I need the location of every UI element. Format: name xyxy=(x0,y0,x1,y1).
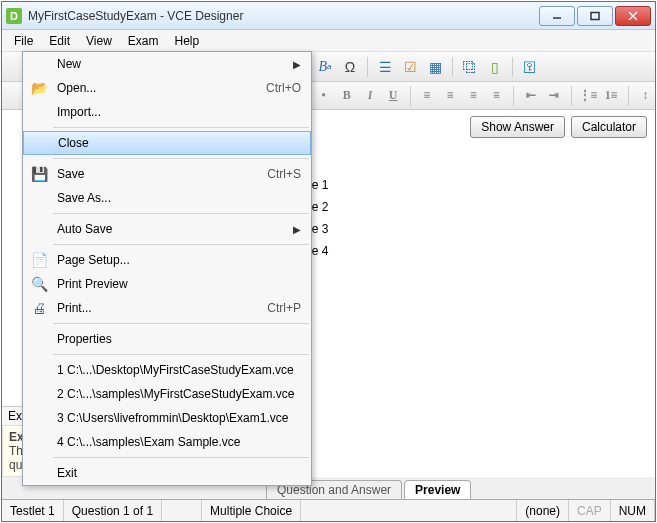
menu-item-close[interactable]: Close xyxy=(23,131,311,155)
status-spacer xyxy=(162,500,202,521)
bullet-icon[interactable]: • xyxy=(314,85,333,107)
underline-icon[interactable]: U xyxy=(384,85,403,107)
menu-separator xyxy=(53,354,309,355)
menu-separator xyxy=(53,127,309,128)
menu-item-auto-save[interactable]: Auto Save ▶ xyxy=(23,217,311,241)
app-icon: D xyxy=(6,8,22,24)
menu-item-label: Auto Save xyxy=(51,222,293,236)
toolbar-separator xyxy=(512,57,513,77)
checklist-icon[interactable]: ☑ xyxy=(399,56,421,78)
toolbar-separator xyxy=(628,86,629,106)
maximize-button[interactable] xyxy=(577,6,613,26)
align-left-icon[interactable]: ≡ xyxy=(418,85,437,107)
menu-item-recent-4[interactable]: 4 C:\...\samples\Exam Sample.vce xyxy=(23,430,311,454)
window-controls xyxy=(539,6,651,26)
status-question-type: Multiple Choice xyxy=(202,500,301,521)
menu-item-label: Print... xyxy=(51,301,267,315)
menu-item-import[interactable]: Import... xyxy=(23,100,311,124)
status-spacer xyxy=(301,500,517,521)
choice-4[interactable]: Choice 4 xyxy=(273,240,645,262)
choice-2[interactable]: Choice 2 xyxy=(273,196,645,218)
indent-decrease-icon[interactable]: ⇤ xyxy=(521,85,540,107)
menu-item-label: 4 C:\...\samples\Exam Sample.vce xyxy=(51,435,301,449)
menu-item-recent-3[interactable]: 3 C:\Users\livefrommin\Desktop\Exam1.vce xyxy=(23,406,311,430)
menu-separator xyxy=(53,158,309,159)
toolbar-separator xyxy=(452,57,453,77)
calculator-button[interactable]: Calculator xyxy=(571,116,647,138)
submenu-arrow-icon: ▶ xyxy=(293,59,301,70)
titlebar: D MyFirstCaseStudyExam - VCE Designer xyxy=(2,2,655,30)
minimize-button[interactable] xyxy=(539,6,575,26)
toolbar-separator xyxy=(410,86,411,106)
menu-separator xyxy=(53,323,309,324)
menu-item-shortcut: Ctrl+O xyxy=(266,81,301,95)
menu-item-save[interactable]: 💾 Save Ctrl+S xyxy=(23,162,311,186)
menu-item-label: Exit xyxy=(51,466,301,480)
choice-1[interactable]: Choice 1 xyxy=(273,174,645,196)
menu-item-properties[interactable]: Properties xyxy=(23,327,311,351)
close-window-button[interactable] xyxy=(615,6,651,26)
page-setup-icon: 📄 xyxy=(27,252,51,268)
menu-item-label: Open... xyxy=(51,81,266,95)
copy-icon[interactable]: ⿻ xyxy=(459,56,481,78)
menu-help[interactable]: Help xyxy=(167,31,208,51)
bold-icon[interactable]: B xyxy=(337,85,356,107)
menu-separator xyxy=(53,244,309,245)
menu-edit[interactable]: Edit xyxy=(41,31,78,51)
bullet-list-icon[interactable]: ⋮≡ xyxy=(579,85,598,107)
show-answer-button[interactable]: Show Answer xyxy=(470,116,565,138)
status-testlet: Testlet 1 xyxy=(2,500,64,521)
status-question-number: Question 1 of 1 xyxy=(64,500,162,521)
menu-item-new[interactable]: New ▶ xyxy=(23,52,311,76)
number-list-icon[interactable]: 1≡ xyxy=(602,85,621,107)
page-icon[interactable]: ▯ xyxy=(484,56,506,78)
menu-item-label: Save xyxy=(51,167,267,181)
menu-item-recent-1[interactable]: 1 C:\...\Desktop\MyFirstCaseStudyExam.vc… xyxy=(23,358,311,382)
italic-icon[interactable]: I xyxy=(360,85,379,107)
window-title: MyFirstCaseStudyExam - VCE Designer xyxy=(28,9,539,23)
table-icon[interactable]: ▦ xyxy=(424,56,446,78)
submenu-arrow-icon: ▶ xyxy=(293,224,301,235)
tab-preview[interactable]: Preview xyxy=(404,480,471,499)
format-icon[interactable]: Ba xyxy=(314,56,336,78)
sort-icon[interactable]: ↕ xyxy=(636,85,655,107)
menu-item-label: New xyxy=(51,57,293,71)
menu-file[interactable]: File xyxy=(6,31,41,51)
question-body: ion text Choice 1 Choice 2 Choice 3 Choi… xyxy=(263,144,655,268)
align-center-icon[interactable]: ≡ xyxy=(441,85,460,107)
menu-item-label: 2 C:\...\samples\MyFirstCaseStudyExam.vc… xyxy=(51,387,301,401)
toolbar-separator xyxy=(571,86,572,106)
align-right-icon[interactable]: ≡ xyxy=(464,85,483,107)
menu-item-label: Close xyxy=(52,136,300,150)
menu-item-label: Import... xyxy=(51,105,301,119)
menu-item-label: Page Setup... xyxy=(51,253,301,267)
align-justify-icon[interactable]: ≡ xyxy=(487,85,506,107)
status-num: NUM xyxy=(611,500,655,521)
question-text: ion text xyxy=(273,150,645,164)
menu-item-print[interactable]: 🖨 Print... Ctrl+P xyxy=(23,296,311,320)
menu-item-label: Properties xyxy=(51,332,301,346)
indent-increase-icon[interactable]: ⇥ xyxy=(544,85,563,107)
menu-item-label: 1 C:\...\Desktop\MyFirstCaseStudyExam.vc… xyxy=(51,363,301,377)
key-icon[interactable]: ⚿ xyxy=(519,56,541,78)
menu-view[interactable]: View xyxy=(78,31,120,51)
menu-item-print-preview[interactable]: 🔍 Print Preview xyxy=(23,272,311,296)
print-preview-icon: 🔍 xyxy=(27,276,51,292)
menu-item-exit[interactable]: Exit xyxy=(23,461,311,485)
menu-exam[interactable]: Exam xyxy=(120,31,167,51)
menu-item-shortcut: Ctrl+P xyxy=(267,301,301,315)
list-icon[interactable]: ☰ xyxy=(374,56,396,78)
menu-item-shortcut: Ctrl+S xyxy=(267,167,301,181)
menu-item-save-as[interactable]: Save As... xyxy=(23,186,311,210)
choice-3[interactable]: Choice 3 xyxy=(273,218,645,240)
file-menu-dropdown: New ▶ 📂 Open... Ctrl+O Import... Close 💾… xyxy=(22,51,312,486)
menu-item-page-setup[interactable]: 📄 Page Setup... xyxy=(23,248,311,272)
menu-item-label: Save As... xyxy=(51,191,301,205)
menu-item-open[interactable]: 📂 Open... Ctrl+O xyxy=(23,76,311,100)
special-char-icon[interactable]: Ω xyxy=(339,56,361,78)
status-cap: CAP xyxy=(569,500,611,521)
menu-item-recent-2[interactable]: 2 C:\...\samples\MyFirstCaseStudyExam.vc… xyxy=(23,382,311,406)
statusbar: Testlet 1 Question 1 of 1 Multiple Choic… xyxy=(2,499,655,521)
print-icon: 🖨 xyxy=(27,300,51,316)
menu-item-label: Print Preview xyxy=(51,277,301,291)
